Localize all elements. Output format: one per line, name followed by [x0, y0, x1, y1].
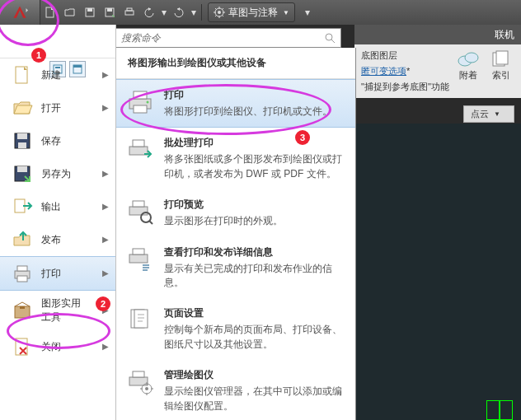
close-file-icon [12, 336, 33, 357]
print-icon[interactable] [120, 3, 138, 21]
drawing-canvas[interactable] [354, 124, 521, 420]
chevron-right-icon: ▶ [102, 70, 109, 79]
menu-label: 保存 [41, 134, 61, 148]
svg-rect-40 [129, 254, 148, 263]
chevron-right-icon: ▶ [102, 169, 109, 178]
svg-point-8 [218, 11, 221, 14]
submenu-item-title: 查看打印和发布详细信息 [164, 245, 345, 259]
menu-label: 打印 [41, 267, 61, 281]
open-icon[interactable] [61, 3, 79, 21]
svg-rect-32 [134, 91, 147, 99]
batch-print-icon [126, 136, 154, 164]
menu-saveas[interactable]: 另存为 ▶ [0, 157, 115, 190]
svg-rect-29 [20, 306, 25, 309]
menu-label: 图形实用 工具 [41, 296, 81, 324]
command-search[interactable] [115, 28, 341, 48]
right-toolbar: 附着 索引 [453, 49, 516, 82]
print-info-icon [126, 245, 154, 273]
submenu-print-details[interactable]: 查看打印和发布详细信息 显示有关已完成的打印和发布作业的信息。 [116, 237, 355, 299]
svg-rect-38 [133, 201, 144, 207]
svg-rect-21 [18, 142, 26, 148]
index-label: 索引 [492, 69, 510, 82]
submenu-title: 将图形输出到绘图仪或其他设备 [116, 48, 355, 79]
svg-rect-45 [133, 371, 144, 377]
submenu-item-desc: 显示绘图仪管理器，在其中可以添加或编辑绘图仪配置。 [164, 385, 345, 413]
svg-rect-4 [107, 8, 112, 12]
svg-rect-27 [17, 276, 27, 282]
printer-icon [126, 88, 154, 116]
right-options-link[interactable]: 匿可变选项 [361, 66, 406, 76]
pointcloud-label: 点云 [471, 108, 489, 120]
svg-rect-13 [496, 51, 508, 64]
export-icon [12, 196, 33, 217]
undo-dropdown-icon[interactable]: ▾ [160, 3, 168, 21]
right-line-3: "捕捉到参考底图"功能 [361, 81, 514, 93]
app-menu-button[interactable] [0, 0, 40, 25]
workspace-combo[interactable]: 草图与注释 ▼ [208, 2, 295, 22]
menu-new[interactable]: 新建 ▶ [0, 58, 115, 91]
svg-rect-41 [133, 249, 144, 254]
right-panel-title: 联机 [354, 25, 521, 45]
save-icon[interactable] [81, 3, 99, 21]
submenu-print-preview[interactable]: 打印预览 显示图形在打印时的外观。 [116, 189, 355, 236]
submenu-item-title: 管理绘图仪 [164, 368, 345, 382]
submenu-item-title: 打印 [164, 88, 345, 102]
menu-export[interactable]: 输出 ▶ [0, 190, 115, 223]
submenu-item-desc: 控制每个新布局的页面布局、打印设备、图纸尺寸以及其他设置。 [164, 323, 345, 352]
svg-rect-5 [125, 11, 134, 15]
attach-button[interactable]: 附着 [453, 49, 483, 82]
redo-icon[interactable] [170, 3, 188, 21]
pointcloud-dropdown[interactable]: 点云 ▼ [463, 105, 514, 123]
printer-icon [12, 263, 33, 284]
submenu-print[interactable]: 打印 将图形打印到绘图仪、打印机或文件。 [116, 79, 355, 128]
svg-rect-36 [133, 140, 144, 147]
index-icon [490, 49, 513, 69]
save-disk-icon [12, 130, 33, 152]
menu-label: 关闭 [41, 340, 61, 354]
svg-point-11 [465, 53, 478, 63]
menu-close[interactable]: 关闭 ▶ [0, 330, 115, 363]
open-folder-icon [12, 97, 33, 119]
print-preview-icon [126, 198, 154, 226]
chevron-right-icon: ▶ [102, 342, 109, 351]
svg-rect-37 [129, 207, 148, 215]
redo-dropdown-icon[interactable]: ▾ [190, 3, 198, 21]
svg-rect-20 [17, 133, 27, 139]
svg-rect-6 [127, 8, 132, 11]
submenu-item-title: 页面设置 [164, 306, 345, 320]
menu-open[interactable]: 打开 ▶ [0, 91, 115, 124]
chevron-down-icon: ▼ [283, 9, 289, 16]
svg-rect-43 [134, 310, 148, 328]
submenu-batch-print[interactable]: 批处理打印 将多张图纸或多个图形发布到绘图仪或打印机，或者发布为 DWF 或 P… [116, 128, 355, 189]
menu-label: 另存为 [41, 167, 71, 181]
index-button[interactable]: 索引 [486, 49, 516, 82]
menu-publish[interactable]: 发布 ▶ [0, 223, 115, 256]
menu-print[interactable]: 打印 ▶ [0, 256, 115, 291]
qat-more-icon[interactable]: ▾ [298, 3, 317, 21]
menu-save[interactable]: 保存 [0, 124, 115, 157]
new-icon[interactable] [41, 3, 59, 21]
chevron-down-icon: ▼ [494, 110, 500, 118]
undo-icon[interactable] [140, 3, 158, 21]
saveas-disk-icon [12, 163, 33, 184]
workspace-label: 草图与注释 [228, 6, 278, 20]
menu-utilities[interactable]: 图形实用 工具 ▶ [0, 291, 115, 330]
menu-label: 打开 [41, 101, 61, 115]
application-menu: 新建 ▶ 打开 ▶ 保存 另存为 ▶ 输出 ▶ 发布 ▶ 打印 [0, 25, 116, 420]
svg-point-34 [147, 101, 149, 104]
submenu-page-setup[interactable]: 页面设置 控制每个新布局的页面布局、打印设备、图纸尺寸以及其他设置。 [116, 298, 355, 360]
quick-access-toolbar: ▾ ▾ 草图与注释 ▼ ▾ [0, 0, 521, 25]
online-label: 联机 [495, 28, 514, 42]
attach-label: 附着 [459, 69, 477, 82]
manage-plotter-icon [126, 368, 154, 396]
submenu-item-desc: 将图形打印到绘图仪、打印机或文件。 [164, 105, 345, 119]
saveas-icon[interactable] [101, 3, 119, 21]
command-search-input[interactable] [116, 32, 324, 44]
attach-icon [457, 49, 480, 69]
submenu-manage-plotter[interactable]: 管理绘图仪 显示绘图仪管理器，在其中可以添加或编辑绘图仪配置。 [116, 360, 355, 420]
chevron-right-icon: ▶ [102, 306, 109, 315]
svg-point-9 [326, 34, 332, 40]
search-icon[interactable] [324, 32, 340, 44]
svg-rect-2 [87, 8, 92, 12]
chevron-right-icon: ▶ [102, 202, 109, 211]
